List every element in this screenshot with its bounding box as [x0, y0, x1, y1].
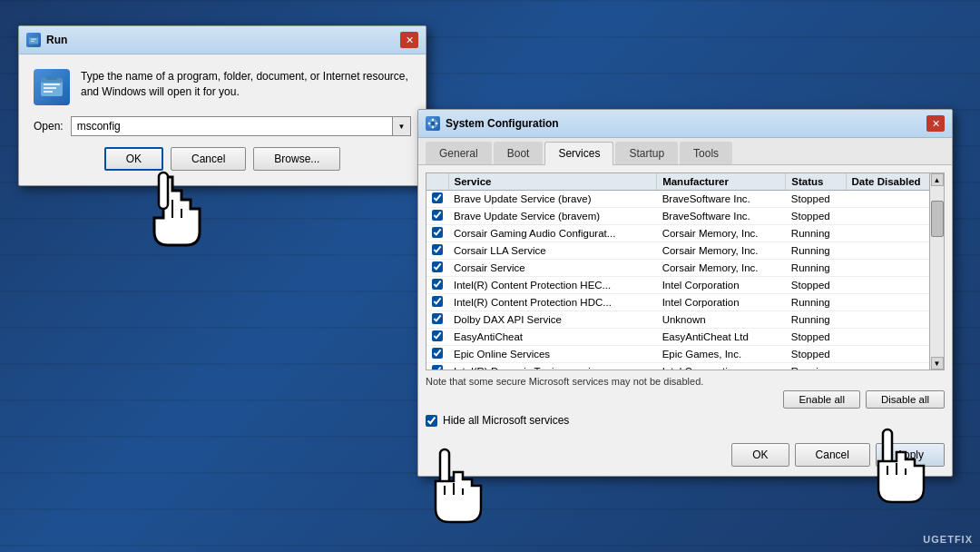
svg-rect-16 [436, 123, 438, 124]
status-cell: Running [786, 363, 846, 371]
svg-rect-8 [44, 87, 56, 89]
service-checkbox[interactable] [432, 261, 443, 272]
table-row: Corsair Gaming Audio Configurat... Corsa… [426, 225, 944, 242]
row-checkbox-cell [426, 346, 448, 363]
manufacturer-cell: Corsair Memory, Inc. [657, 225, 786, 242]
service-name-cell: Dolby DAX API Service [448, 311, 657, 329]
svg-rect-6 [46, 76, 57, 80]
tab-startup[interactable]: Startup [615, 142, 678, 164]
bottom-buttons: OK Cancel Apply [418, 443, 952, 476]
status-cell: Running [786, 242, 846, 260]
run-close-button[interactable]: ✕ [400, 32, 418, 48]
hide-microsoft-checkbox[interactable] [426, 415, 437, 427]
col-header-service: Service [448, 173, 657, 191]
table-row: Corsair LLA Service Corsair Memory, Inc.… [426, 242, 944, 260]
run-app-icon [34, 69, 70, 105]
run-cancel-button[interactable]: Cancel [171, 147, 246, 171]
run-header: Type the name of a program, folder, docu… [34, 69, 411, 105]
status-cell: Stopped [786, 346, 846, 363]
service-name-cell: Intel(R) Content Protection HEC... [448, 277, 657, 294]
run-titlebar-left: Run [26, 33, 67, 47]
scroll-up-arrow[interactable]: ▲ [931, 173, 944, 186]
run-ok-button[interactable]: OK [104, 147, 163, 171]
hide-microsoft-row: Hide all Microsoft services [426, 414, 945, 427]
run-title-icon [26, 33, 41, 47]
service-checkbox[interactable] [432, 313, 443, 324]
table-row: Intel(R) Dynamic Tuning service Intel Co… [426, 363, 944, 371]
sysconfig-close-button[interactable]: ✕ [926, 115, 945, 132]
service-checkbox[interactable] [432, 279, 443, 290]
col-header-checkbox [426, 173, 448, 191]
service-checkbox[interactable] [432, 210, 443, 221]
run-description: Type the name of a program, folder, docu… [81, 69, 411, 100]
watermark: UGETFIX [923, 534, 973, 545]
apply-button[interactable]: Apply [876, 443, 945, 467]
row-checkbox-cell [426, 208, 448, 225]
manufacturer-cell: Intel Corporation [657, 277, 786, 294]
service-name-cell: Brave Update Service (brave) [448, 191, 657, 208]
run-dialog: Run ✕ Type the name of a program, folder… [18, 25, 426, 186]
service-name-cell: Corsair Gaming Audio Configurat... [448, 225, 657, 242]
services-note: Note that some secure Microsoft services… [426, 376, 945, 387]
service-checkbox[interactable] [432, 296, 443, 307]
sysconfig-dialog: System Configuration ✕ General Boot Serv… [417, 109, 953, 477]
svg-rect-3 [31, 41, 34, 42]
service-checkbox[interactable] [432, 365, 443, 370]
tab-general[interactable]: General [426, 142, 492, 164]
row-checkbox-cell [426, 225, 448, 242]
status-cell: Stopped [786, 191, 846, 208]
row-checkbox-cell [426, 329, 448, 346]
table-row: Brave Update Service (brave) BraveSoftwa… [426, 191, 944, 208]
service-checkbox[interactable] [432, 330, 443, 341]
run-dialog-title: Run [46, 34, 67, 46]
run-browse-button[interactable]: Browse... [253, 147, 340, 171]
service-checkbox[interactable] [432, 348, 443, 359]
status-cell: Stopped [786, 277, 846, 294]
status-cell: Running [786, 260, 846, 277]
run-dropdown-button[interactable]: ▼ [393, 116, 411, 136]
cancel-button[interactable]: Cancel [795, 443, 870, 467]
service-name-cell: Corsair Service [448, 260, 657, 277]
svg-rect-14 [432, 126, 434, 129]
scroll-down-arrow[interactable]: ▼ [931, 357, 944, 370]
col-header-manufacturer: Manufacturer [657, 173, 786, 191]
row-checkbox-cell [426, 242, 448, 260]
table-row: Dolby DAX API Service Unknown Running [426, 311, 944, 329]
manufacturer-cell: BraveSoftware Inc. [657, 191, 786, 208]
row-checkbox-cell [426, 191, 448, 208]
enable-all-button[interactable]: Enable all [783, 390, 860, 409]
service-checkbox[interactable] [432, 192, 443, 203]
tab-tools[interactable]: Tools [680, 142, 732, 164]
run-open-label: Open: [34, 120, 64, 133]
disable-all-button[interactable]: Disable all [866, 390, 945, 409]
row-checkbox-cell [426, 294, 448, 311]
service-checkbox[interactable] [432, 227, 443, 238]
service-name-cell: Intel(R) Dynamic Tuning service [448, 363, 657, 371]
enable-disable-row: Enable all Disable all [426, 390, 945, 409]
run-titlebar: Run ✕ [19, 26, 426, 54]
scroll-thumb[interactable] [931, 201, 944, 237]
service-checkbox[interactable] [432, 244, 443, 255]
status-cell: Running [786, 311, 846, 329]
run-buttons: OK Cancel Browse... [34, 147, 411, 171]
manufacturer-cell: Corsair Memory, Inc. [657, 242, 786, 260]
service-name-cell: Intel(R) Content Protection HDC... [448, 294, 657, 311]
run-input-wrap: ▼ [71, 116, 411, 136]
tab-services[interactable]: Services [544, 142, 613, 165]
status-cell: Running [786, 294, 846, 311]
svg-rect-2 [31, 39, 36, 40]
tab-boot[interactable]: Boot [494, 142, 544, 164]
svg-rect-7 [44, 84, 60, 85]
sysconfig-titlebar-left: System Configuration [426, 116, 559, 131]
row-checkbox-cell [426, 363, 448, 371]
svg-rect-15 [428, 123, 431, 124]
run-input[interactable] [71, 116, 393, 136]
status-cell: Stopped [786, 208, 846, 225]
run-dialog-body: Type the name of a program, folder, docu… [19, 54, 426, 185]
table-row: Brave Update Service (bravem) BraveSoftw… [426, 208, 944, 225]
ok-button[interactable]: OK [731, 443, 789, 467]
services-table: Service Manufacturer Status Date Disable… [426, 173, 944, 370]
services-area: Service Manufacturer Status Date Disable… [418, 165, 952, 443]
scrollbar[interactable]: ▲ ▼ [929, 173, 944, 370]
row-checkbox-cell [426, 277, 448, 294]
